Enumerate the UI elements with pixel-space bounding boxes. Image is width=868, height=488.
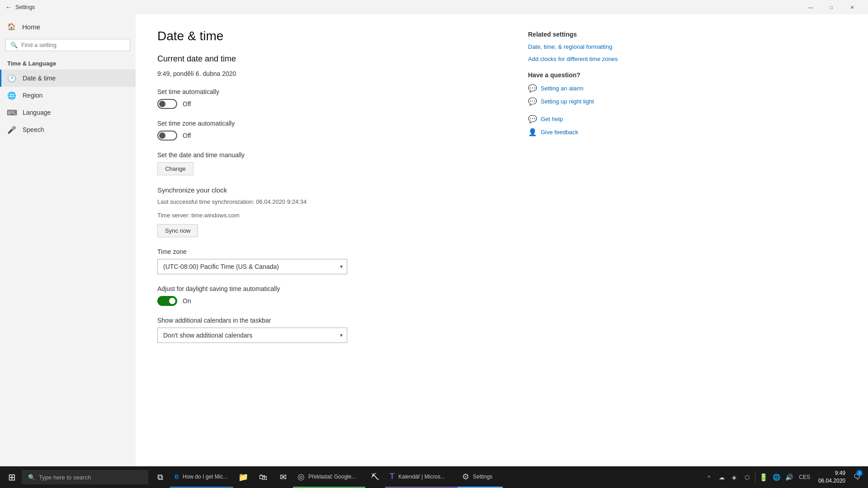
content: Date & time Current date and time 9:49, … — [136, 14, 868, 466]
related-link-clocks[interactable]: Add clocks for different time zones — [528, 56, 646, 62]
taskbar-app-minecraft[interactable]: ⛏ — [365, 466, 385, 488]
explorer-icon: 📁 — [238, 472, 248, 482]
setting-nightlight-row[interactable]: 💬 Setting up night light — [528, 97, 646, 106]
set-timezone-auto-group: Set time zone automatically Off — [157, 120, 501, 141]
give-feedback-link[interactable]: Give feedback — [541, 129, 578, 136]
maximize-button[interactable]: □ — [821, 0, 842, 14]
taskbar-app-teams[interactable]: T Kalendář | Micros... — [385, 466, 458, 488]
nightlight-icon: 💬 — [528, 97, 537, 106]
sidebar-item-date-time-label: Date & time — [23, 75, 56, 82]
daylight-label: Adjust for daylight saving time automati… — [157, 285, 501, 292]
taskbar-search-label: Type here to search — [39, 474, 91, 481]
task-view-button[interactable]: ⧉ — [150, 466, 170, 488]
language-icon: ⌨ — [7, 108, 16, 117]
setting-nightlight-link[interactable]: Setting up night light — [541, 98, 594, 105]
tray-expand-icon: ^ — [708, 474, 710, 481]
set-time-auto-toggle[interactable] — [157, 99, 177, 109]
taskbar-app-edge[interactable]: e How do I get Mic... — [170, 466, 233, 488]
sidebar-section-label: Time & Language — [0, 55, 136, 70]
speech-icon: 🎤 — [7, 125, 16, 134]
taskbar-search[interactable]: 🔍 Type here to search — [22, 470, 148, 484]
timezone-select-wrapper: (UTC-08:00) Pacific Time (US & Canada) ▾ — [157, 259, 347, 274]
vpn-icon: ⬡ — [745, 474, 750, 481]
sidebar-item-speech[interactable]: 🎤 Speech — [0, 121, 136, 138]
mail-icon: ✉ — [280, 472, 287, 482]
additional-cal-group: Show additional calendars in the taskbar… — [157, 317, 501, 343]
sidebar-item-region[interactable]: 🌐 Region — [0, 87, 136, 104]
network-icon: 🌐 — [773, 474, 780, 481]
set-timezone-auto-row: Off — [157, 131, 501, 141]
timezone-group: Time zone (UTC-08:00) Pacific Time (US &… — [157, 248, 501, 274]
give-feedback-row[interactable]: 👤 Give feedback — [528, 128, 646, 136]
set-timezone-auto-toggle[interactable] — [157, 131, 177, 141]
sync-group: Synchronize your clock Last successful t… — [157, 186, 501, 237]
sidebar-item-speech-label: Speech — [23, 126, 44, 133]
tray-divider — [755, 471, 755, 483]
tray-cloud[interactable]: ☁ — [715, 466, 728, 488]
additional-cal-label: Show additional calendars in the taskbar — [157, 317, 501, 324]
section-current-title: Current date and time — [157, 54, 501, 64]
alarm-icon: 💬 — [528, 84, 537, 93]
close-button[interactable]: ✕ — [842, 0, 863, 14]
additional-cal-select[interactable]: Don't show additional calendars — [157, 328, 347, 343]
tray-clock[interactable]: 9:49 06.04.2020 — [814, 466, 850, 488]
get-help-link[interactable]: Get help — [541, 116, 563, 122]
set-manually-label: Set the date and time manually — [157, 151, 501, 159]
tray-ces[interactable]: CES — [795, 466, 814, 488]
setting-alarm-row[interactable]: 💬 Setting an alarm — [528, 84, 646, 93]
sync-now-button[interactable]: Sync now — [157, 224, 198, 237]
taskbar-app-chrome[interactable]: ◎ Překladač Google... — [293, 466, 365, 488]
tray-dropbox[interactable]: ◈ — [728, 466, 741, 488]
minimize-button[interactable]: — — [800, 0, 821, 14]
taskbar-app-explorer[interactable]: 📁 — [233, 466, 253, 488]
give-feedback-icon: 👤 — [528, 128, 537, 136]
back-icon[interactable]: ← — [5, 4, 12, 11]
daylight-group: Adjust for daylight saving time automati… — [157, 285, 501, 306]
sidebar-home[interactable]: 🏠 Home — [0, 18, 136, 35]
tray-notification[interactable]: 🗨 2 — [850, 466, 864, 488]
sidebar-item-date-time[interactable]: 🕐 Date & time — [0, 70, 136, 87]
edge-icon: e — [175, 472, 179, 481]
task-view-icon: ⧉ — [157, 473, 163, 482]
search-input[interactable] — [21, 42, 125, 48]
have-question-title: Have a question? — [528, 71, 646, 79]
home-label: Home — [22, 23, 40, 31]
tray-network[interactable]: 🌐 — [770, 466, 783, 488]
related-link-regional[interactable]: Date, time, & regional formatting — [528, 43, 646, 50]
app-container: 🏠 Home 🔍 Time & Language 🕐 Date & time 🌐… — [0, 14, 868, 466]
sidebar-item-language[interactable]: ⌨ Language — [0, 104, 136, 121]
edge-label: How do I get Mic... — [183, 474, 227, 480]
setting-alarm-link[interactable]: Setting an alarm — [541, 85, 584, 92]
notification-badge: 2 — [856, 470, 863, 476]
taskbar-app-settings[interactable]: ⚙ Settings — [458, 466, 503, 488]
tray-sound[interactable]: 🔊 — [783, 466, 795, 488]
minecraft-icon: ⛏ — [371, 473, 379, 482]
page-title: Date & time — [157, 29, 501, 43]
change-button[interactable]: Change — [157, 162, 193, 175]
date-time-icon: 🕐 — [7, 74, 16, 83]
timezone-select[interactable]: (UTC-08:00) Pacific Time (US & Canada) — [157, 259, 347, 274]
sync-title: Synchronize your clock — [157, 186, 501, 194]
search-icon: 🔍 — [10, 42, 18, 48]
content-main: Date & time Current date and time 9:49, … — [157, 29, 501, 452]
current-datetime: 9:49, pondělí 6. dubna 2020 — [157, 70, 501, 77]
settings-app-icon: ⚙ — [462, 472, 469, 482]
sidebar-search-box[interactable]: 🔍 — [5, 39, 130, 51]
tray-battery[interactable]: 🔋 — [757, 466, 770, 488]
start-button[interactable]: ⊞ — [2, 466, 22, 488]
tray-expand[interactable]: ^ — [703, 466, 715, 488]
tray-vpn[interactable]: ⬡ — [741, 466, 753, 488]
taskbar-app-store[interactable]: 🛍 — [253, 466, 273, 488]
daylight-toggle[interactable] — [157, 296, 177, 306]
home-icon: 🏠 — [7, 23, 16, 31]
get-help-row[interactable]: 💬 Get help — [528, 115, 646, 123]
chrome-icon: ◎ — [297, 472, 305, 482]
taskbar-app-mail[interactable]: ✉ — [273, 466, 293, 488]
cloud-icon: ☁ — [719, 474, 725, 481]
tray-time: 9:49 — [835, 469, 845, 477]
set-timezone-auto-state: Off — [183, 132, 191, 139]
additional-cal-select-wrapper: Don't show additional calendars ▾ — [157, 328, 347, 343]
sidebar: 🏠 Home 🔍 Time & Language 🕐 Date & time 🌐… — [0, 14, 136, 466]
sidebar-item-region-label: Region — [23, 92, 42, 99]
content-sidebar: Related settings Date, time, & regional … — [528, 29, 646, 452]
